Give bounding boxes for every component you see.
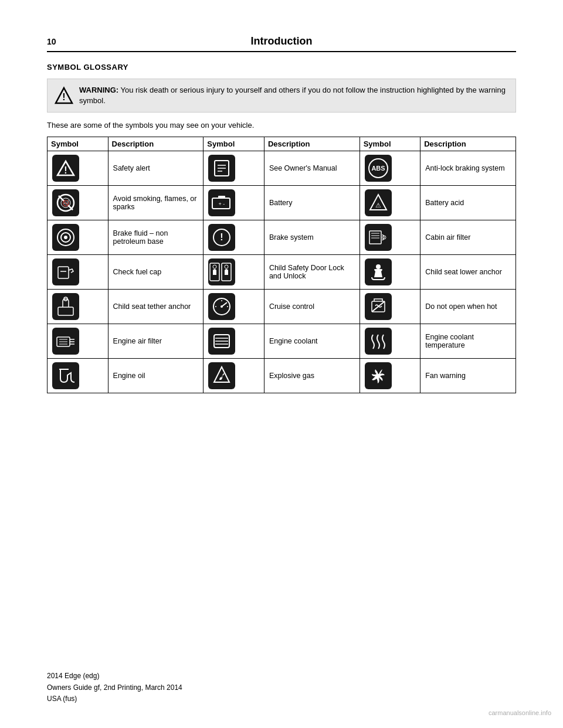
svg-rect-15 [218, 196, 225, 199]
engine-air-icon [52, 328, 79, 355]
table-row: Engine air filter Engine coolant [48, 324, 516, 359]
table-row: Check fuel cap Child Safety Door Loc [48, 255, 516, 290]
watermark: carmanualsonline.info [489, 709, 551, 716]
engine-coolant-temp-icon [365, 328, 392, 355]
svg-text:+ -: + - [219, 201, 225, 207]
table-row: ! Safety alert See Owner' [48, 151, 516, 186]
desc-cabin-air: Cabin air filter [420, 220, 516, 255]
symbol-tether-anchor [48, 290, 108, 324]
svg-text:⚠: ⚠ [375, 202, 381, 209]
symbol-brake-fluid [48, 220, 108, 255]
table-row: Child seat tether anchor Cruise cont [48, 290, 516, 324]
desc-fan-warning: Fan warning [420, 359, 516, 393]
child-safety-door-icon [208, 258, 235, 285]
desc-brake-fluid: Brake fluid – non petroleum base [108, 220, 204, 255]
col-header-desc1: Description [108, 137, 204, 151]
svg-marker-54 [214, 367, 229, 382]
do-not-open-hot-icon [365, 293, 392, 320]
svg-text:🚭: 🚭 [62, 199, 70, 207]
desc-safety-alert: Safety alert [108, 151, 204, 186]
desc-tether-anchor: Child seat tether anchor [108, 290, 204, 324]
svg-point-21 [64, 236, 67, 239]
symbol-cruise-control [204, 290, 264, 324]
warning-label: WARNING: [79, 86, 118, 94]
battery-acid-icon: ⚠ [365, 189, 392, 216]
desc-no-smoking: Avoid smoking, flames, or sparks [108, 186, 204, 220]
fan-warning-icon [365, 362, 392, 389]
abs-icon: ABS [365, 155, 392, 182]
symbol-do-not-open-hot [359, 290, 420, 324]
desc-engine-oil: Engine oil [108, 359, 204, 393]
engine-coolant-icon [208, 328, 235, 355]
desc-do-not-open-hot: Do not open when hot [420, 290, 516, 324]
symbol-safety-alert: ! [48, 151, 108, 186]
warning-text: WARNING: You risk death or serious injur… [79, 85, 508, 106]
symbol-child-seat-lower [359, 255, 420, 290]
footer-region: USA (fus) [47, 695, 77, 703]
footer-line1: 2014 Edge (edg) [47, 671, 182, 682]
table-row: Brake fluid – non petroleum base ! Brake… [48, 220, 516, 255]
desc-owners-manual: See Owner's Manual [264, 151, 359, 186]
explosive-gas-icon [208, 362, 235, 389]
svg-text:!: ! [221, 232, 223, 242]
brake-fluid-icon [52, 224, 79, 251]
symbol-fuel-cap [48, 255, 108, 290]
footer-vehicle: 2014 Edge (edg) [47, 672, 99, 680]
desc-battery-acid: Battery acid [420, 186, 516, 220]
symbol-fan-warning [359, 359, 420, 393]
page-header: 10 Introduction [47, 35, 516, 52]
table-row: 🚭 Avoid smoking, flames, or sparks + - B [48, 186, 516, 220]
desc-engine-coolant-temp: Engine coolant temperature [420, 324, 516, 359]
col-header-symbol2: Symbol [204, 137, 264, 151]
symbol-engine-oil [48, 359, 108, 393]
desc-cruise-control: Cruise control [264, 290, 359, 324]
brake-system-icon: ! [208, 224, 235, 251]
battery-icon: + - [208, 189, 235, 216]
desc-explosive-gas: Explosive gas [264, 359, 359, 393]
svg-rect-36 [58, 307, 73, 315]
intro-text: These are some of the symbols you may se… [47, 121, 516, 130]
tether-anchor-icon [52, 293, 79, 320]
symbol-cabin-air [359, 220, 420, 255]
safety-alert-icon: ! [52, 155, 79, 182]
page-title: Introduction [82, 35, 481, 47]
symbol-engine-coolant [204, 324, 264, 359]
desc-engine-air: Engine air filter [108, 324, 204, 359]
svg-point-35 [376, 264, 381, 269]
cruise-control-icon [208, 293, 235, 320]
symbol-owners-manual [204, 151, 264, 186]
svg-point-32 [213, 265, 216, 268]
footer-guide: Owners Guide gf, 2nd Printing, March 201… [47, 683, 182, 692]
page-number: 10 [47, 37, 82, 46]
col-header-symbol1: Symbol [48, 137, 108, 151]
col-header-symbol3: Symbol [359, 137, 420, 151]
symbol-engine-coolant-temp [359, 324, 420, 359]
desc-brake-system: Brake system [264, 220, 359, 255]
svg-point-34 [225, 265, 228, 268]
symbol-no-smoking: 🚭 [48, 186, 108, 220]
svg-text:!: ! [64, 165, 67, 175]
table-header-row: Symbol Description Symbol Description Sy… [48, 137, 516, 151]
col-header-desc2: Description [264, 137, 359, 151]
col-header-desc3: Description [420, 137, 516, 151]
symbol-engine-air [48, 324, 108, 359]
owners-manual-icon [208, 155, 235, 182]
cabin-air-icon [365, 224, 392, 251]
desc-fuel-cap: Check fuel cap [108, 255, 204, 290]
fuel-cap-icon [52, 258, 79, 285]
svg-rect-29 [58, 267, 69, 278]
page-footer: 2014 Edge (edg) Owners Guide gf, 2nd Pri… [47, 671, 182, 705]
svg-point-40 [221, 305, 223, 308]
symbol-abs: ABS [359, 151, 420, 186]
child-seat-lower-icon [365, 258, 392, 285]
desc-child-safety-door: Child Safety Door Lock and Unlock [264, 255, 359, 290]
desc-battery: Battery [264, 186, 359, 220]
symbol-explosive-gas [204, 359, 264, 393]
section-title: SYMBOL GLOSSARY [47, 63, 516, 72]
warning-box: ! WARNING: You risk death or serious inj… [47, 79, 516, 113]
table-row: Engine oil Explosive gas [48, 359, 516, 393]
desc-child-seat-lower: Child seat lower anchor [420, 255, 516, 290]
symbol-brake-system: ! [204, 220, 264, 255]
no-smoking-icon: 🚭 [52, 189, 79, 216]
footer-line3: USA (fus) [47, 693, 182, 705]
